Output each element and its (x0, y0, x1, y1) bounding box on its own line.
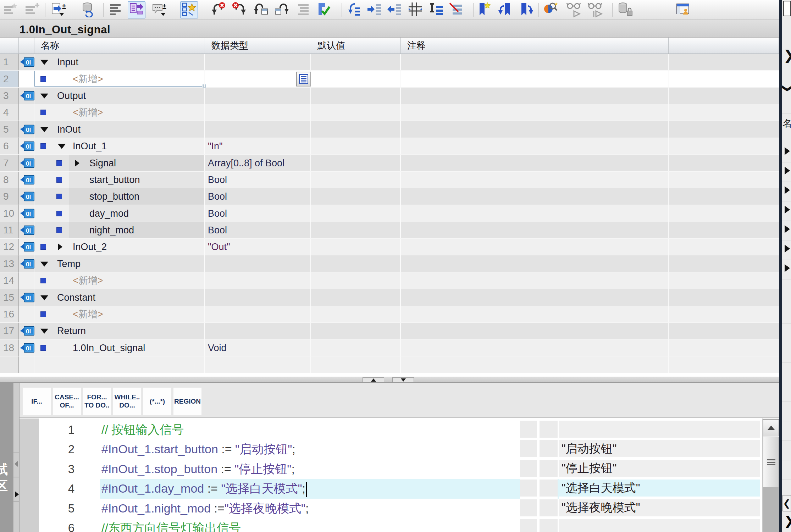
data-type-cell[interactable] (205, 54, 311, 70)
table-row[interactable]: 170IReturn (0, 323, 779, 339)
default-value-cell[interactable] (311, 356, 401, 373)
variable-name[interactable]: Output (57, 90, 86, 101)
toolbar-button-indent[interactable] (365, 1, 383, 18)
data-type-cell[interactable]: Array[0..8] of Bool (205, 155, 311, 171)
variable-name[interactable]: Signal (89, 157, 116, 168)
data-type-cell[interactable]: "Out" (205, 239, 311, 255)
panel-next-chevron[interactable]: ❯ (784, 514, 791, 528)
toolbar-button-monitoring-on-off[interactable] (565, 1, 583, 18)
table-row[interactable]: 16<新增> (0, 306, 779, 323)
data-type-value[interactable]: "Out" (208, 242, 230, 253)
variable-name[interactable]: Input (57, 57, 78, 68)
toolbar-button-insert-row[interactable] (2, 1, 20, 18)
table-row[interactable]: 10IInput (0, 54, 779, 71)
data-type-cell[interactable] (205, 121, 311, 138)
variable-name[interactable]: stop_button (89, 191, 139, 202)
left-splitter-handle[interactable] (13, 383, 20, 532)
toolbar-button-expanded-mode[interactable] (128, 1, 145, 18)
default-value-cell[interactable] (311, 104, 401, 121)
expander-open-icon[interactable] (40, 295, 48, 300)
row-expand-icon[interactable] (785, 167, 790, 174)
variable-name[interactable]: 1.0In_Out_signal (73, 342, 145, 353)
toolbar-button-outline-view[interactable] (107, 1, 125, 18)
add-new-placeholder[interactable]: <新增> (73, 308, 103, 321)
default-value-cell[interactable] (311, 239, 401, 255)
add-new-placeholder[interactable]: <新增> (73, 73, 103, 85)
table-row[interactable]: 50IInOut (0, 121, 779, 138)
default-value-cell[interactable] (311, 272, 401, 289)
comment-cell[interactable] (401, 88, 669, 104)
table-row[interactable]: 70ISignalArray[0..8] of Bool (0, 155, 779, 172)
variable-name-cell[interactable]: Signal (34, 155, 205, 171)
variable-name-cell[interactable]: <新增> (34, 306, 205, 322)
expander-closed-icon[interactable] (75, 160, 79, 167)
default-value-cell[interactable] (311, 155, 401, 171)
variable-name[interactable]: InOut_1 (73, 141, 107, 152)
toolbar-button-go-to-previous[interactable] (252, 1, 270, 18)
data-type-cell[interactable] (205, 323, 311, 339)
table-row[interactable]: 100Iday_modBool (0, 205, 779, 222)
toolbar-button-editor-layout[interactable] (674, 1, 692, 18)
code-text[interactable]: #InOut_1.stop_button := "停止按钮"; (101, 461, 295, 477)
default-value-cell[interactable] (311, 71, 401, 87)
code-line-1[interactable]: 1// 按钮输入信号 (39, 420, 517, 440)
snippet-button-region[interactable]: REGION (173, 387, 202, 416)
variable-name[interactable]: night_mod (89, 225, 134, 236)
table-row[interactable]: 130ITemp (0, 255, 779, 272)
variable-name-cell[interactable]: night_mod (34, 222, 205, 238)
panel-collapse-chevron[interactable]: ❯ (783, 48, 791, 63)
default-value-cell[interactable] (311, 323, 401, 339)
data-type-cell[interactable] (205, 104, 311, 121)
comment-cell[interactable] (401, 138, 669, 154)
snippet-button-case[interactable]: CASE... OF... (52, 387, 81, 416)
variable-name-cell[interactable]: Return (34, 323, 205, 339)
table-row[interactable]: 150IConstant (0, 289, 779, 306)
comment-cell[interactable] (401, 104, 669, 121)
table-row[interactable]: 2<新增> (0, 71, 779, 88)
expand-right-icon[interactable] (15, 491, 19, 498)
snippet-button-[interactable]: (*...*) (143, 387, 172, 416)
expander-open-icon[interactable] (58, 144, 66, 149)
variable-name-cell[interactable]: Input (34, 54, 205, 70)
data-type-cell[interactable] (205, 272, 311, 289)
row-expand-icon[interactable] (785, 245, 790, 253)
code-editor[interactable]: 1// 按钮输入信号2#InOut_1.start_button := "启动按… (39, 419, 517, 532)
table-row[interactable]: 90Istop_buttonBool (0, 188, 779, 205)
row-expand-icon[interactable] (785, 206, 790, 214)
variable-name-cell[interactable]: <新增> (34, 272, 205, 289)
comment-cell[interactable] (401, 121, 669, 138)
toolbar-button-know-how-protection[interactable] (616, 1, 634, 18)
comment-cell[interactable] (401, 222, 669, 238)
add-new-placeholder[interactable]: <新增> (73, 274, 103, 287)
snippet-button-while[interactable]: WHILE.. DO... (113, 387, 142, 416)
toolbar-button-toggle-comments[interactable]: ± (150, 1, 168, 18)
comment-cell[interactable] (401, 255, 669, 272)
snippet-button-if[interactable]: IF... (22, 387, 51, 416)
variable-name-cell[interactable]: InOut_1 (34, 138, 205, 154)
data-type-cell[interactable]: Bool (205, 222, 311, 238)
comment-cell[interactable] (401, 272, 669, 289)
table-row[interactable]: 120IInOut_2"Out" (0, 239, 779, 255)
vertical-tab-label[interactable]: 区 (0, 477, 11, 495)
data-type-value[interactable]: Bool (208, 225, 227, 236)
code-line-6[interactable]: 6//东西方向信号灯输出信号 (39, 518, 517, 532)
splitter-bar[interactable] (0, 377, 779, 383)
horizontal-splitter[interactable] (0, 373, 779, 383)
expander-closed-icon[interactable] (58, 243, 62, 250)
code-text[interactable]: #InOut_1.start_button := "启动按钮"; (101, 441, 295, 458)
variable-name-cell[interactable]: stop_button (34, 188, 205, 205)
code-line-5[interactable]: 5#InOut_1.night_mod :="选择夜晚模式"; (39, 499, 517, 519)
data-type-cell[interactable] (205, 289, 311, 306)
toolbar-button-line-numbers[interactable] (428, 1, 446, 18)
table-row[interactable]: 30IOutput (0, 88, 779, 104)
row-expand-icon[interactable] (785, 225, 790, 233)
variable-name-cell[interactable]: start_button (34, 172, 205, 188)
variable-name-cell[interactable]: Output (34, 88, 205, 104)
toolbar-button-previous-error[interactable] (209, 1, 227, 18)
expander-open-icon[interactable] (40, 94, 48, 99)
splitter-collapse-up-button[interactable] (363, 377, 384, 382)
variable-name-cell[interactable]: InOut_2 (34, 239, 205, 255)
toolbar-button-update-interface[interactable] (80, 1, 98, 18)
data-type-cell[interactable]: Bool (205, 205, 311, 222)
variable-name[interactable]: Constant (57, 292, 95, 303)
